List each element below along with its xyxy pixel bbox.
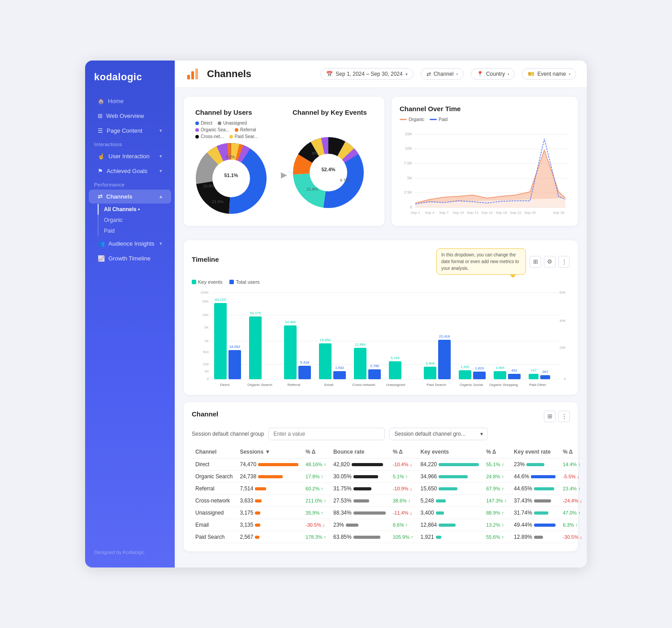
- svg-text:Cross-network: Cross-network: [352, 383, 376, 387]
- sub-item-label: All Channels •: [104, 206, 140, 212]
- sidebar-item-label: Web Overview: [106, 113, 144, 119]
- col-sessions[interactable]: Sessions ▼: [236, 446, 302, 459]
- sidebar-item-label: Page Content: [107, 127, 142, 134]
- table-more-icon[interactable]: ⋮: [558, 411, 570, 422]
- growth-icon: 📈: [98, 255, 105, 262]
- cell-sessions: 3,135: [236, 519, 302, 531]
- sub-item-label: Organic: [104, 217, 123, 223]
- export-icon[interactable]: ⊞: [544, 411, 556, 422]
- cell-bounce: 23%: [330, 519, 389, 531]
- cell-sessions: 3,633: [236, 495, 302, 507]
- cell-key-rate: 12.89%: [510, 531, 559, 543]
- chevron-down-icon: •: [456, 72, 458, 77]
- svg-text:8%: 8%: [312, 151, 318, 156]
- cell-pct-b: 5.1% ↑: [389, 471, 417, 483]
- svg-text:2,798: 2,798: [370, 364, 379, 368]
- svg-text:9.7%: 9.7%: [340, 178, 349, 182]
- sidebar-sub-all-channels[interactable]: All Channels •: [98, 204, 175, 215]
- svg-rect-1: [191, 71, 194, 79]
- svg-text:40K: 40K: [560, 319, 566, 323]
- bar-direct-users: [228, 350, 241, 379]
- svg-text:51.1%: 51.1%: [224, 173, 238, 178]
- channel-filter[interactable]: ⇄ Channel •: [421, 68, 464, 80]
- svg-text:500: 500: [203, 350, 209, 354]
- col-revenue: Total revenue: [586, 446, 587, 459]
- svg-text:16,092: 16,092: [229, 345, 241, 349]
- svg-text:34,966: 34,966: [285, 320, 296, 324]
- list-icon: ☰: [98, 127, 103, 134]
- cell-pct-s: 60.2% ↑: [302, 483, 330, 495]
- sidebar-item-web-overview[interactable]: ⊞ Web Overview: [89, 109, 171, 123]
- legend-unassigned: Unassigned: [218, 121, 247, 126]
- cell-key-rate: 31.74%: [510, 507, 559, 519]
- svg-text:Sep 7: Sep 7: [439, 211, 449, 215]
- filter-select[interactable]: Session default channel gro... ▾: [389, 428, 488, 440]
- sidebar-sub-organic[interactable]: Organic: [98, 215, 175, 225]
- channel-by-users: Channel by Users Direct Unassigned: [192, 105, 279, 218]
- bar-paid-other-users: [540, 375, 550, 379]
- legend-paid-search: Paid Sear...: [229, 134, 258, 139]
- event-name-filter[interactable]: 🎫 Event name •: [522, 68, 576, 80]
- legend-color: [195, 135, 199, 139]
- sidebar-item-page-content[interactable]: ☰ Page Content ▾: [89, 124, 171, 138]
- cell-pct-kr: 6.3% ↑: [559, 519, 586, 531]
- cursor-icon: ☝: [98, 153, 105, 160]
- cell-pct-b: 38.6% ↑: [389, 495, 417, 507]
- channel-data-table: Channel Sessions ▼ % Δ Bounce rate % Δ K…: [192, 446, 587, 543]
- svg-text:5K: 5K: [407, 176, 412, 180]
- cell-channel: Cross-network: [192, 495, 236, 507]
- filter-input[interactable]: [268, 428, 385, 440]
- svg-text:1K: 1K: [204, 339, 209, 343]
- settings-icon[interactable]: ⚙: [544, 256, 556, 268]
- legend-label: Unassigned: [223, 121, 247, 126]
- calendar-icon: 📅: [326, 71, 333, 77]
- channel-over-time-card: Channel Over Time Organic Paid 0: [392, 97, 578, 226]
- svg-point-20: [310, 154, 347, 191]
- sidebar-item-achieved-goals[interactable]: ⚑ Achieved Goals ▾: [89, 164, 171, 178]
- col-pct-kr: % Δ: [559, 446, 586, 459]
- sidebar-item-growth-timeline[interactable]: 📈 Growth Timeline: [89, 251, 171, 265]
- bar-email-users: [333, 371, 346, 379]
- timeline-tooltip: In this dropdown, you can change the dat…: [436, 248, 526, 275]
- cell-pct-ke: 13.2% ↑: [482, 519, 510, 531]
- bar-organic-social-key: [459, 370, 471, 379]
- sidebar-item-user-interaction[interactable]: ☝ User Interaction ▾: [89, 149, 171, 163]
- bar-organic-key: [249, 316, 262, 379]
- cell-pct-ke: 24.8% ↑: [482, 471, 510, 483]
- chevron-down-icon: ▾: [480, 431, 483, 437]
- key-events-legend: Key events: [192, 279, 222, 285]
- cell-pct-kr: 14.4% ↑: [559, 459, 586, 471]
- sidebar-item-channels[interactable]: ⇄ Channels ▴: [89, 190, 171, 204]
- col-bounce: Bounce rate: [330, 446, 389, 459]
- cell-pct-ke: 55.6% ↑: [482, 531, 510, 543]
- channel-users-pie: 51.1% 15.5% 21.5% 5.2%: [195, 143, 267, 214]
- svg-text:15,650: 15,650: [320, 338, 331, 342]
- svg-text:Sep 16: Sep 16: [481, 211, 493, 215]
- date-range-filter[interactable]: 📅 Sep 1, 2024 – Sep 30, 2024 ▾: [320, 68, 413, 80]
- cell-channel: Organic Search: [192, 471, 236, 483]
- cell-pct-kr: -24.4% ↓: [559, 495, 586, 507]
- sidebar-sub-paid[interactable]: Paid: [98, 225, 175, 236]
- country-filter[interactable]: 📍 Country •: [471, 68, 515, 80]
- cell-pct-s: 178.3% ↑: [302, 531, 330, 543]
- table-filters: Session default channel group Session de…: [192, 428, 570, 440]
- col-key-events: Key events: [417, 446, 483, 459]
- audience-icon: 👥: [98, 240, 105, 247]
- cell-channel: Email: [192, 519, 236, 531]
- timeline-bar-chart: 0 50 100 500 1K 5K 10K 50K 100K 0 20K 40…: [192, 288, 568, 387]
- chart-settings-icon[interactable]: ⊞: [530, 256, 541, 268]
- svg-text:22,418: 22,418: [439, 334, 450, 338]
- sidebar-item-audience-insights[interactable]: 👥 Audience Insights ▾: [89, 237, 171, 251]
- cell-revenue: $30,413.89: [586, 531, 587, 543]
- more-icon[interactable]: ⋮: [558, 256, 570, 268]
- bar-organic-shopping-key: [494, 371, 506, 379]
- svg-text:747: 747: [530, 368, 537, 372]
- cell-key-rate: 23%: [510, 459, 559, 471]
- main-content: Channels 📅 Sep 1, 2024 – Sep 30, 2024 ▾ …: [175, 61, 587, 567]
- chevron-down-icon: •: [508, 72, 509, 77]
- cell-pct-ke: 67.9% ↑: [482, 483, 510, 495]
- home-label: Home: [108, 98, 124, 104]
- svg-text:50: 50: [205, 369, 209, 373]
- sidebar-item-home: 🏠 Home: [89, 94, 171, 108]
- svg-text:60K: 60K: [560, 290, 566, 295]
